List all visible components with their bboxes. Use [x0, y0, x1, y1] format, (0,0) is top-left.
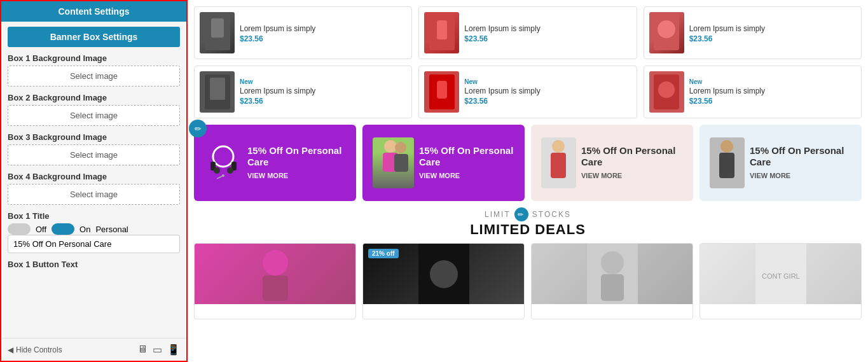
svg-rect-7	[210, 78, 225, 100]
svg-rect-33	[601, 274, 624, 301]
banner-box-settings-header: Banner Box Settings	[8, 27, 180, 47]
product-price-1-3: $23.56	[689, 34, 856, 43]
svg-rect-9	[437, 81, 447, 99]
desktop-icon[interactable]: 🖥	[137, 344, 148, 356]
product-price-2-1: $23.56	[240, 97, 406, 106]
banner-img-headphones	[204, 141, 242, 185]
svg-point-21	[395, 142, 406, 153]
banner-img-woman-red	[541, 137, 576, 188]
bottom-card-img-4: CONT GIRL	[700, 244, 861, 304]
toggle-off[interactable]	[8, 223, 31, 235]
edit-pencil-1[interactable]: ✏	[189, 120, 207, 137]
sidebar: Content Settings Banner Box Settings Box…	[0, 0, 188, 362]
product-title-1-2: Lorem Ipsum is simply	[464, 24, 631, 33]
svg-rect-1	[211, 18, 224, 38]
banner-img-woman-dark	[710, 137, 745, 188]
product-image-2-1	[200, 71, 235, 113]
svg-text:CONT GIRL: CONT GIRL	[762, 272, 800, 280]
banner-title-2: 15% Off On Personal Care	[419, 145, 514, 168]
select-image-btn-4[interactable]: Select image	[8, 184, 180, 205]
banner-btn-3[interactable]: VIEW MORE	[581, 172, 622, 179]
product-card-2-1: New Lorem Ipsum is simply $23.56	[194, 66, 412, 118]
hide-controls-label: Hide Controls	[16, 345, 62, 354]
product-title-2-2: Lorem Ipsum is simply	[464, 87, 631, 95]
svg-point-19	[384, 140, 397, 153]
select-image-btn-2[interactable]: Select image	[8, 105, 180, 126]
product-info-1-2: Lorem Ipsum is simply $23.56	[464, 23, 631, 43]
product-image-1-2	[424, 12, 459, 53]
toggle-on-label: On	[79, 225, 90, 234]
off-badge-21: 21% off	[368, 249, 399, 258]
product-row-1: Lorem Ipsum is simply $23.56 Lorem Ipsum…	[194, 6, 862, 59]
product-info-2-1: New Lorem Ipsum is simply $23.56	[240, 78, 406, 106]
tablet-icon[interactable]: ▭	[153, 344, 162, 356]
bottom-card-4: CONT GIRL	[699, 243, 862, 319]
limited-deals-section: LIMIT ✏ STOCKS LIMITED DEALS	[194, 207, 862, 238]
svg-point-12	[213, 146, 233, 167]
select-image-btn-1[interactable]: Select image	[8, 66, 180, 87]
toggle-personal-label: Personal	[95, 225, 128, 234]
box1-title-input[interactable]	[8, 235, 180, 253]
banner-btn-4[interactable]: VIEW MORE	[750, 172, 790, 179]
field-label-box1-btn: Box 1 Button Text	[8, 260, 180, 269]
product-card-1-1: Lorem Ipsum is simply $23.56	[194, 6, 412, 59]
product-card-2-2: New Lorem Ipsum is simply $23.56	[418, 66, 637, 118]
field-label-box2-bg: Box 2 Background Image	[8, 93, 180, 102]
product-info-2-3: New Lorem Ipsum is simply $23.56	[689, 78, 856, 106]
product-card-1-2: Lorem Ipsum is simply $23.56	[418, 6, 637, 59]
mobile-icon[interactable]: 📱	[167, 344, 180, 356]
svg-point-32	[601, 251, 624, 274]
bottom-card-2: 21% off	[362, 243, 525, 319]
product-image-2-2	[424, 71, 459, 113]
banner-box-2: 15% Off On Personal Care VIEW MORE	[362, 125, 525, 201]
svg-point-30	[430, 260, 458, 288]
svg-point-16	[227, 167, 233, 174]
banner-text-3: 15% Off On Personal Care VIEW MORE	[581, 145, 683, 181]
limited-stocks-text: LIMIT	[485, 210, 511, 219]
toggle-on[interactable]	[52, 223, 74, 235]
bottom-card-img-3	[532, 244, 692, 304]
product-image-2-3	[649, 71, 684, 113]
banner-box-1: 15% Off On Personal Care VIEW MORE	[194, 125, 356, 201]
product-image-1-3	[649, 12, 684, 53]
svg-point-15	[214, 167, 220, 174]
svg-point-23	[552, 140, 565, 153]
hide-controls-button[interactable]: ◀ Hide Controls	[8, 345, 62, 354]
banner-btn-2[interactable]: VIEW MORE	[419, 172, 460, 179]
product-price-2-2: $23.56	[464, 97, 631, 106]
select-image-btn-3[interactable]: Select image	[8, 144, 180, 165]
product-info-1-1: Lorem Ipsum is simply $23.56	[240, 23, 406, 43]
limited-stocks-text-2: STOCKS	[532, 210, 571, 219]
svg-point-18	[222, 174, 224, 177]
svg-point-25	[720, 140, 733, 153]
banner-title-4: 15% Off On Personal Care	[750, 145, 851, 168]
product-price-1-1: $23.56	[240, 34, 406, 43]
product-title-2-3: Lorem Ipsum is simply	[689, 87, 856, 95]
field-box1-bg: Box 1 Background Image Select image	[8, 53, 180, 87]
field-label-box4-bg: Box 4 Background Image	[8, 172, 180, 181]
svg-rect-28	[263, 275, 288, 301]
sidebar-bottom: ◀ Hide Controls 🖥 ▭ 📱	[1, 338, 186, 361]
banner-btn-1[interactable]: VIEW MORE	[247, 172, 288, 179]
field-label-box3-bg: Box 3 Background Image	[8, 132, 180, 142]
edit-pencil-limited[interactable]: ✏	[514, 207, 528, 221]
banner-box-3: 15% Off On Personal Care VIEW MORE	[531, 125, 693, 201]
field-box1-btn: Box 1 Button Text	[8, 260, 180, 269]
svg-point-5	[658, 20, 675, 38]
svg-rect-3	[437, 20, 447, 39]
banner-text-4: 15% Off On Personal Care VIEW MORE	[750, 145, 851, 181]
device-icons: 🖥 ▭ 📱	[137, 344, 180, 356]
product-price-1-2: $23.56	[464, 34, 631, 43]
product-badge-2-2: New	[464, 78, 631, 85]
field-box2-bg: Box 2 Background Image Select image	[8, 93, 180, 126]
product-info-2-2: New Lorem Ipsum is simply $23.56	[464, 78, 631, 106]
bottom-card-img-1	[195, 244, 355, 304]
product-card-1-3: Lorem Ipsum is simply $23.56	[644, 6, 862, 59]
banner-text-1: 15% Off On Personal Care VIEW MORE	[247, 145, 346, 181]
svg-rect-22	[394, 154, 408, 172]
sidebar-content: Box 1 Background Image Select image Box …	[1, 47, 186, 338]
main-content: Lorem Ipsum is simply $23.56 Lorem Ipsum…	[188, 0, 868, 362]
svg-point-27	[263, 250, 288, 275]
limited-title: LIMITED DEALS	[194, 221, 862, 238]
product-row-2: New Lorem Ipsum is simply $23.56 New Lor…	[194, 66, 862, 118]
